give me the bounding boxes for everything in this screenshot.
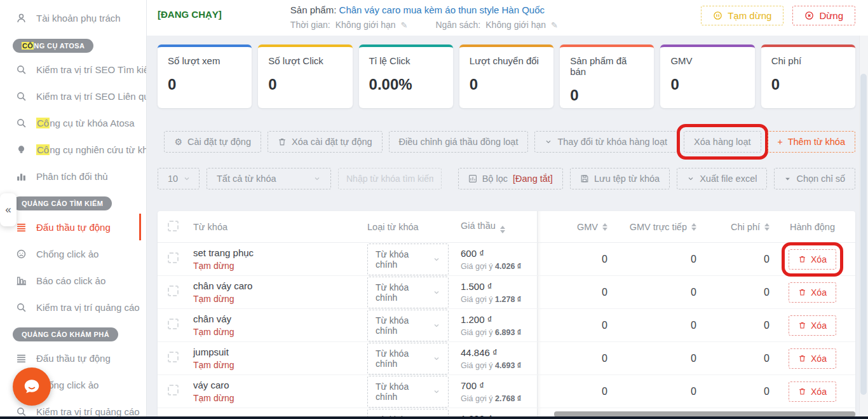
keyword-type-dropdown[interactable]: Từ khóa chính	[367, 277, 449, 308]
stop-button[interactable]: Dừng	[792, 6, 855, 25]
row-checkbox[interactable]	[168, 319, 179, 329]
chevron-down-icon	[687, 175, 695, 182]
save-icon	[580, 174, 589, 183]
search-icon	[15, 118, 27, 128]
sidebar-item-account[interactable]: Tài khoản phụ trách	[0, 4, 146, 32]
sidebar: Tài khoản phụ trách CÔNG CỤ ATOSA Kiểm t…	[0, 0, 147, 419]
sidebar-collapse-button[interactable]: «	[0, 193, 17, 226]
keyword-type-dropdown[interactable]: Từ khóa chính	[367, 376, 449, 408]
table-header: Từ khóa Loại từ khóa Giá thầu GMV GMV tr…	[158, 211, 855, 243]
stats-row: Số lượt xem 0 Số lượt Click 0 Tỉ lệ Clic…	[158, 45, 855, 108]
sidebar-item-auto-bidding-discovery[interactable]: Đấu thầu tự động	[0, 345, 146, 371]
table-row: chân váy Tạm dừng Từ khóa chính 1.200 ₫ …	[158, 309, 855, 342]
sidebar-item-anti-click-fraud-search[interactable]: Chống click ảo	[0, 240, 146, 267]
row-checkbox[interactable]	[168, 252, 179, 263]
sidebar-item-competitor-analysis[interactable]: Phân tích đối thủ	[0, 163, 146, 189]
adjust-bids-button[interactable]: Điều chỉnh giá thầu đồng loạt	[389, 131, 529, 153]
sidebar-item-label: Kiểm tra vị trí quảng cáo	[36, 406, 140, 417]
report-chart-icon	[15, 275, 27, 286]
save-keyword-file-button[interactable]: Lưu tệp từ khóa	[570, 168, 670, 189]
search-icon	[15, 91, 27, 102]
chat-fab-button[interactable]	[13, 367, 51, 406]
stat-value: 0	[168, 76, 241, 93]
table-body: set trang phục Tạm dừng Từ khóa chính 60…	[158, 243, 855, 419]
delete-button[interactable]: Xóa	[789, 249, 836, 270]
gmv-value: 0	[538, 287, 607, 298]
bid-suggestion: Giá gợi ý 1.278 ₫	[461, 295, 537, 304]
keyword-filter-select[interactable]: Tất cả từ khóa	[207, 168, 331, 189]
auto-settings-button[interactable]: ⚙ Cài đặt tự động	[164, 131, 261, 153]
header-gmv-direct[interactable]: GMV trực tiếp	[607, 222, 696, 232]
cost-value: 0	[696, 287, 770, 298]
export-excel-button[interactable]: Xuất file excel	[677, 168, 767, 189]
product-link[interactable]: Chân váy caro mua kèm áo thun style Hàn …	[339, 4, 545, 15]
keyword-type-dropdown[interactable]: Từ khóa chính	[367, 310, 449, 341]
row-checkbox[interactable]	[168, 285, 179, 296]
bulb-icon	[15, 144, 27, 155]
stat-card: Số lượt Click 0	[258, 45, 352, 108]
header-cost[interactable]: Chi phí	[696, 222, 770, 232]
gmv-direct-value: 0	[607, 386, 696, 397]
delete-button[interactable]: Xóa	[789, 348, 836, 369]
keyword-search-input[interactable]	[338, 168, 442, 189]
keyword-status: Tạm dừng	[193, 360, 356, 370]
stat-card: Lượt chuyển đổi 0	[459, 45, 553, 108]
stop-circle-icon	[804, 11, 814, 20]
sidebar-item-label: Đấu thầu tự động	[36, 353, 111, 364]
filter-button[interactable]: Bộ lọc [Đang tắt]	[458, 168, 563, 189]
campaign-info: Sản phẩm: Chân váy caro mua kèm áo thun …	[290, 4, 558, 30]
change-keywords-bulk-button[interactable]: Thay đổi từ khóa hàng loạt	[534, 131, 677, 153]
keyword-type-dropdown[interactable]: Từ khóa chính	[367, 343, 449, 374]
sidebar-item-click-fraud-report[interactable]: Báo cáo click ảo	[0, 267, 146, 294]
keyword-table: Từ khóa Loại từ khóa Giá thầu GMV GMV tr…	[158, 211, 855, 419]
gmv-value: 0	[538, 386, 607, 397]
time-value: Không giới hạn	[336, 20, 396, 30]
bulk-delete-button[interactable]: Xóa hàng loạt	[684, 131, 761, 153]
sort-icon	[764, 223, 770, 231]
sidebar-item-label: Tài khoản phụ trách	[36, 13, 121, 24]
page-size-select[interactable]: 10	[158, 168, 200, 189]
choose-metrics-button[interactable]: Chọn chỉ số	[774, 168, 855, 189]
sort-icon	[500, 226, 505, 233]
delete-auto-settings-button[interactable]: Xóa cài đặt tự động	[268, 131, 383, 153]
sidebar-item-seo-related-check[interactable]: Kiểm tra vị trí SEO Liên quan	[0, 83, 146, 109]
keyword-status: Tạm dừng	[193, 393, 356, 403]
delete-button[interactable]: Xóa	[789, 315, 836, 336]
sidebar-item-keyword-research[interactable]: Công cụ nghiên cứu từ khóa	[0, 136, 146, 163]
sidebar-item-auto-bidding-search[interactable]: Đấu thầu tự động	[0, 214, 141, 240]
pause-button[interactable]: Tạm dừng	[701, 6, 783, 25]
sidebar-item-keyword-tool[interactable]: Công cụ từ khóa Atosa	[0, 109, 146, 136]
menu-lines-icon	[15, 353, 27, 364]
section-title-discovery-ads: QUẢNG CÁO KHÁM PHÁ	[13, 327, 118, 341]
row-checkbox[interactable]	[168, 352, 179, 362]
stat-label: Số lượt Click	[268, 55, 342, 66]
gmv-direct-value: 0	[607, 320, 696, 331]
filter-state-badge: [Đang tắt]	[513, 174, 553, 184]
add-keyword-button[interactable]: + Thêm từ khóa	[768, 131, 856, 153]
sidebar-item-label: Kiểm tra vị trí SEO Liên quan	[36, 91, 147, 102]
select-all-checkbox[interactable]	[168, 221, 179, 231]
sidebar-item-seo-search-check[interactable]: Kiểm tra vị trí SEO Tìm kiếm	[0, 56, 146, 83]
budget-label: Ngân sách:	[435, 20, 480, 30]
stat-card: Sản phẩm đã bán 0	[560, 45, 654, 108]
stat-label: Sản phẩm đã bán	[570, 55, 644, 77]
header-gmv[interactable]: GMV	[538, 222, 607, 232]
keyword-status: Tạm dừng	[193, 261, 356, 271]
cost-value: 0	[696, 254, 770, 265]
edit-icon[interactable]: ✎	[551, 20, 558, 30]
sidebar-item-ad-position-check-search[interactable]: Kiểm tra vị trí quảng cáo	[0, 294, 146, 320]
edit-icon[interactable]: ✎	[401, 20, 408, 30]
cost-value: 0	[696, 386, 770, 397]
header-bid[interactable]: Giá thầu	[461, 221, 537, 233]
chevron-down-icon	[183, 175, 191, 182]
table-row: jumpsuit Tạm dừng Từ khóa chính 44.846 ₫…	[158, 342, 855, 375]
sidebar-item-label: Kiểm tra vị trí quảng cáo	[36, 302, 140, 313]
cost-value: 0	[696, 320, 770, 331]
user-icon	[15, 13, 27, 24]
keyword-type-dropdown[interactable]: Từ khóa chính	[367, 244, 449, 275]
row-checkbox[interactable]	[168, 385, 179, 395]
delete-button[interactable]: Xóa	[789, 381, 836, 402]
delete-button[interactable]: Xóa	[789, 282, 836, 303]
vertical-scrollbar-thumb[interactable]	[860, 74, 867, 395]
budget-value: Không giới hạn	[485, 20, 546, 30]
